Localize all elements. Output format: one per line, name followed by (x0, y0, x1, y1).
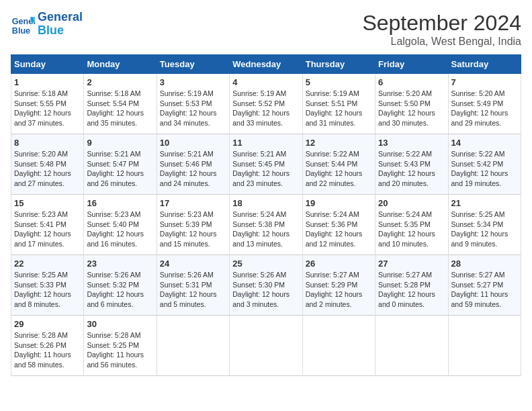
cell-line: Sunset: 5:42 PM (451, 159, 518, 169)
cell-line: Daylight: 12 hours (87, 108, 153, 118)
location: Lalgola, West Bengal, India (362, 36, 521, 48)
cell-line: Sunrise: 5:24 AM (306, 210, 372, 220)
header-day: Tuesday (157, 55, 229, 74)
day-number: 18 (232, 198, 299, 208)
day-number: 9 (87, 138, 153, 148)
day-number: 8 (14, 138, 81, 148)
cell-line: and 34 minutes. (160, 118, 226, 128)
logo: General Blue General Blue (11, 11, 83, 38)
cell-content: Sunrise: 5:28 AMSunset: 5:26 PMDaylight:… (14, 330, 81, 370)
calendar-cell: 6Sunrise: 5:20 AMSunset: 5:50 PMDaylight… (375, 74, 448, 134)
logo-text: General Blue (38, 11, 83, 38)
day-number: 26 (306, 259, 372, 269)
cell-line: Sunset: 5:46 PM (160, 159, 226, 169)
cell-line: and 29 minutes. (451, 118, 518, 128)
cell-line: Sunset: 5:44 PM (306, 159, 372, 169)
calendar-cell: 16Sunrise: 5:23 AMSunset: 5:40 PMDayligh… (84, 195, 157, 255)
cell-line: Sunrise: 5:27 AM (378, 270, 445, 280)
cell-line: and 13 minutes. (232, 239, 299, 249)
cell-line: Daylight: 12 hours (378, 289, 445, 300)
cell-content: Sunrise: 5:20 AMSunset: 5:49 PMDaylight:… (451, 89, 518, 128)
cell-content: Sunrise: 5:26 AMSunset: 5:32 PMDaylight:… (87, 270, 153, 310)
calendar-table: SundayMondayTuesdayWednesdayThursdayFrid… (11, 54, 521, 376)
cell-line: Sunrise: 5:22 AM (306, 149, 372, 159)
cell-line: and 9 minutes. (451, 239, 518, 249)
cell-line: and 56 minutes. (87, 360, 153, 370)
cell-line: and 23 minutes. (232, 179, 299, 189)
cell-content: Sunrise: 5:27 AMSunset: 5:29 PMDaylight:… (306, 270, 372, 310)
cell-line: Sunrise: 5:21 AM (87, 149, 153, 159)
cell-line: and 2 minutes. (306, 300, 372, 310)
cell-content: Sunrise: 5:24 AMSunset: 5:38 PMDaylight:… (232, 210, 299, 249)
cell-line: Sunrise: 5:25 AM (14, 270, 81, 280)
cell-line: and 58 minutes. (14, 360, 81, 370)
calendar-body: 1Sunrise: 5:18 AMSunset: 5:55 PMDaylight… (11, 74, 521, 376)
cell-line: Sunset: 5:38 PM (232, 220, 299, 230)
cell-content: Sunrise: 5:22 AMSunset: 5:42 PMDaylight:… (451, 149, 518, 189)
cell-line: Sunrise: 5:22 AM (378, 149, 445, 159)
cell-content: Sunrise: 5:24 AMSunset: 5:35 PMDaylight:… (378, 210, 445, 249)
cell-line: Sunrise: 5:18 AM (14, 89, 81, 99)
day-number: 14 (451, 138, 518, 148)
cell-line: Sunrise: 5:24 AM (378, 210, 445, 220)
cell-line: Sunrise: 5:25 AM (451, 210, 518, 220)
day-number: 11 (232, 138, 299, 148)
calendar-cell: 25Sunrise: 5:26 AMSunset: 5:30 PMDayligh… (230, 255, 302, 316)
calendar-cell: 22Sunrise: 5:25 AMSunset: 5:33 PMDayligh… (11, 255, 84, 316)
calendar-cell: 2Sunrise: 5:18 AMSunset: 5:54 PMDaylight… (84, 74, 157, 134)
month-title: September 2024 (362, 11, 521, 36)
calendar-cell: 3Sunrise: 5:19 AMSunset: 5:53 PMDaylight… (157, 74, 229, 134)
day-number: 3 (160, 77, 226, 87)
cell-content: Sunrise: 5:18 AMSunset: 5:55 PMDaylight:… (14, 89, 81, 128)
day-number: 2 (87, 77, 153, 87)
day-number: 1 (14, 77, 81, 87)
calendar-cell: 28Sunrise: 5:27 AMSunset: 5:27 PMDayligh… (448, 255, 521, 316)
day-number: 5 (306, 77, 372, 87)
day-number: 13 (378, 138, 445, 148)
cell-line: Sunset: 5:45 PM (232, 159, 299, 169)
cell-line: Sunrise: 5:24 AM (232, 210, 299, 220)
calendar-cell: 15Sunrise: 5:23 AMSunset: 5:41 PMDayligh… (11, 195, 84, 255)
day-number: 28 (451, 259, 518, 269)
cell-line: and 30 minutes. (378, 118, 445, 128)
cell-line: Sunset: 5:29 PM (306, 280, 372, 290)
cell-content: Sunrise: 5:19 AMSunset: 5:52 PMDaylight:… (232, 89, 299, 128)
cell-line: Sunset: 5:51 PM (306, 99, 372, 109)
calendar-cell: 17Sunrise: 5:23 AMSunset: 5:39 PMDayligh… (157, 195, 229, 255)
cell-line: Sunset: 5:43 PM (378, 159, 445, 169)
day-number: 4 (232, 77, 299, 87)
cell-line: Daylight: 12 hours (160, 229, 226, 239)
day-number: 6 (378, 77, 445, 87)
cell-line: Daylight: 12 hours (378, 169, 445, 179)
calendar-cell: 4Sunrise: 5:19 AMSunset: 5:52 PMDaylight… (230, 74, 302, 134)
cell-line: Sunset: 5:33 PM (14, 280, 81, 290)
header-row: SundayMondayTuesdayWednesdayThursdayFrid… (11, 55, 521, 74)
cell-content: Sunrise: 5:19 AMSunset: 5:53 PMDaylight:… (160, 89, 226, 128)
cell-line: Daylight: 12 hours (14, 169, 81, 179)
cell-line: Daylight: 12 hours (306, 229, 372, 239)
cell-line: Sunset: 5:47 PM (87, 159, 153, 169)
day-number: 22 (14, 259, 81, 269)
cell-content: Sunrise: 5:25 AMSunset: 5:33 PMDaylight:… (14, 270, 81, 310)
cell-line: Sunrise: 5:26 AM (160, 270, 226, 280)
cell-line: Daylight: 12 hours (87, 229, 153, 239)
calendar-row: 29Sunrise: 5:28 AMSunset: 5:26 PMDayligh… (11, 316, 521, 376)
cell-content: Sunrise: 5:28 AMSunset: 5:25 PMDaylight:… (87, 330, 153, 370)
calendar-cell: 7Sunrise: 5:20 AMSunset: 5:49 PMDaylight… (448, 74, 521, 134)
day-number: 17 (160, 198, 226, 208)
calendar-cell: 9Sunrise: 5:21 AMSunset: 5:47 PMDaylight… (84, 134, 157, 195)
day-number: 7 (451, 77, 518, 87)
cell-line: Sunset: 5:27 PM (451, 280, 518, 290)
day-number: 16 (87, 198, 153, 208)
cell-line: Sunrise: 5:27 AM (451, 270, 518, 280)
cell-line: and 17 minutes. (14, 239, 81, 249)
cell-content: Sunrise: 5:21 AMSunset: 5:45 PMDaylight:… (232, 149, 299, 189)
cell-content: Sunrise: 5:27 AMSunset: 5:28 PMDaylight:… (378, 270, 445, 310)
cell-content: Sunrise: 5:23 AMSunset: 5:39 PMDaylight:… (160, 210, 226, 249)
cell-line: Daylight: 11 hours (87, 350, 153, 360)
cell-line: Sunset: 5:30 PM (232, 280, 299, 290)
cell-line: Sunrise: 5:26 AM (232, 270, 299, 280)
cell-line: Sunset: 5:28 PM (378, 280, 445, 290)
cell-line: Daylight: 12 hours (14, 229, 81, 239)
cell-content: Sunrise: 5:21 AMSunset: 5:46 PMDaylight:… (160, 149, 226, 189)
